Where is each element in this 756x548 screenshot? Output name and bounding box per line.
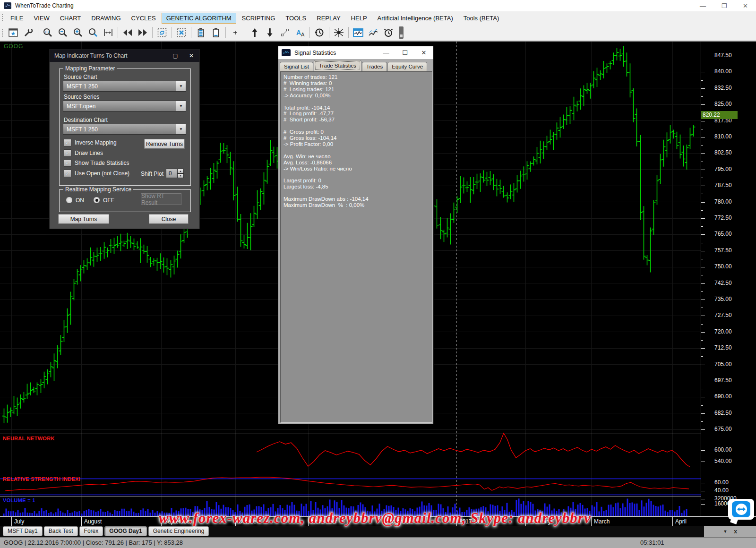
- close-icon[interactable]: ✕: [735, 0, 756, 11]
- menu-item[interactable]: CYCLES: [127, 13, 161, 24]
- axis-tick: [701, 129, 703, 129]
- zoom-actual-icon[interactable]: 1:1: [41, 26, 55, 39]
- destination-chart-dropdown-icon[interactable]: ▼: [176, 124, 186, 134]
- month-label: August: [84, 518, 102, 525]
- inverse-mapping-checkbox[interactable]: ✓Inverse Mapping: [64, 139, 117, 146]
- document-tab[interactable]: GOOG Day1: [104, 526, 146, 536]
- axis-tick: [701, 153, 705, 154]
- source-chart-dropdown-icon[interactable]: ▼: [176, 81, 186, 91]
- menu-item[interactable]: Tools (BETA): [459, 13, 504, 24]
- axis-tick: [701, 145, 703, 146]
- shift-plot-down-icon[interactable]: ▼: [177, 173, 184, 178]
- map-maximize-icon[interactable]: ▢: [167, 52, 183, 59]
- menu-item[interactable]: TOOLS: [281, 13, 311, 24]
- menu-item[interactable]: HELP: [346, 13, 372, 24]
- source-series-select[interactable]: MSFT.open ▼: [63, 101, 186, 111]
- stat-line: -> Win/Loss Ratio: не число: [284, 166, 432, 172]
- tab-list-dropdown-icon[interactable]: ▼: [723, 529, 727, 534]
- menu-item[interactable]: FILE: [6, 13, 28, 24]
- price-axis[interactable]: 847.50840.00832.50825.00817.50810.00802.…: [701, 42, 756, 516]
- signal-close-icon[interactable]: ✕: [414, 49, 433, 56]
- signal-tab[interactable]: Equity Curve: [387, 62, 427, 71]
- month-label: March: [594, 518, 610, 525]
- signal-dialog-titlebar[interactable]: Signal Statistics — ☐ ✕: [278, 46, 433, 59]
- map-turns-button[interactable]: Map Turns: [58, 214, 109, 224]
- menu-item[interactable]: DRAWING: [86, 13, 125, 24]
- zoom-in-icon[interactable]: [71, 26, 85, 39]
- signal-maximize-icon[interactable]: ☐: [395, 49, 414, 56]
- equity-chart-icon[interactable]: [366, 26, 380, 39]
- new-chart-icon[interactable]: ★: [6, 26, 20, 39]
- signal-minimize-icon[interactable]: —: [377, 49, 395, 56]
- rt-off-label: OFF: [103, 197, 114, 204]
- shift-plot-value[interactable]: 0: [166, 169, 177, 178]
- menu-item[interactable]: CHART: [55, 13, 86, 24]
- fast-backward-icon[interactable]: [120, 26, 135, 39]
- axis-label: 600.00: [714, 446, 732, 453]
- axis-tick: [701, 218, 705, 219]
- remote-support-icon[interactable]: [728, 499, 754, 523]
- minimize-icon[interactable]: —: [692, 0, 713, 11]
- close-button[interactable]: Close: [149, 214, 189, 224]
- document-tab[interactable]: MSFT Day1: [3, 526, 43, 536]
- source-series-value: MSFT.open: [67, 103, 95, 110]
- menu-item[interactable]: VIEW: [29, 13, 54, 24]
- stat-line: [284, 147, 432, 154]
- rt-off-radio[interactable]: OFF: [93, 197, 114, 204]
- tab-close-icon[interactable]: x: [734, 528, 737, 535]
- destination-chart-select[interactable]: MSFT 1 250 ▼: [63, 124, 186, 135]
- chart-panel-icon[interactable]: [351, 26, 365, 39]
- axis-tick: [701, 450, 705, 451]
- arrow-up-icon[interactable]: [248, 26, 262, 39]
- toolbar-grip2[interactable]: [1, 28, 4, 37]
- shift-plot-stepper[interactable]: 0 ▲▼: [166, 169, 184, 178]
- axis-tick: [701, 462, 705, 462]
- source-chart-select[interactable]: MSFT 1 250 ▼: [63, 81, 186, 92]
- plus-icon[interactable]: [228, 26, 242, 39]
- show-trade-statistics-checkbox[interactable]: ✓Show Trade Statistics: [64, 159, 129, 167]
- wrench-icon[interactable]: [21, 26, 35, 39]
- signal-tab[interactable]: Trade Statistics: [314, 60, 361, 71]
- source-series-dropdown-icon[interactable]: ▼: [176, 101, 186, 111]
- toolbar-grip[interactable]: [1, 14, 4, 22]
- arrow-down-icon[interactable]: [263, 26, 277, 39]
- map-minimize-icon[interactable]: —: [151, 52, 167, 59]
- draw-lines-checkbox[interactable]: ✓Draw Lines: [64, 149, 103, 157]
- show-rt-result-button[interactable]: Show RT Result: [141, 193, 181, 205]
- signal-tab[interactable]: Signal List: [280, 62, 313, 71]
- fast-forward-icon[interactable]: [136, 26, 150, 39]
- menu-bar: FILEVIEWCHARTDRAWINGCYCLESGENETIC ALGORI…: [0, 11, 756, 25]
- remove-turns-button[interactable]: Remove Turns: [144, 139, 185, 149]
- axis-label: 712.50: [714, 344, 732, 351]
- selection-delete-icon[interactable]: [174, 26, 189, 39]
- menu-item[interactable]: Artificial Intelligence (BETA): [373, 13, 458, 24]
- battery-empty-icon[interactable]: [209, 26, 223, 39]
- search-icon[interactable]: [86, 26, 100, 39]
- fit-width-icon[interactable]: [101, 26, 115, 39]
- menu-item[interactable]: SCRIPTING: [237, 13, 280, 24]
- toolbar-overflow-handle[interactable]: [399, 26, 404, 39]
- battery-full-icon[interactable]: [194, 26, 208, 39]
- zoom-out-icon[interactable]: [56, 26, 70, 39]
- document-tab[interactable]: Genetic Engineering: [148, 526, 209, 536]
- map-close-icon[interactable]: ✕: [183, 52, 199, 59]
- rt-on-radio[interactable]: ON: [66, 197, 84, 204]
- watermark-text: www.forex-warez.com, andreybbrv@gmail.co…: [159, 510, 591, 527]
- signal-tab[interactable]: Trades: [362, 62, 387, 71]
- menu-item[interactable]: GENETIC ALGORITHM: [162, 13, 236, 24]
- alarm-clock-icon[interactable]: [381, 26, 395, 39]
- history-icon[interactable]: [312, 26, 326, 39]
- use-open-checkbox[interactable]: ✓Use Open (not Close): [64, 170, 129, 177]
- axis-label: 540.00: [714, 458, 732, 464]
- document-tab[interactable]: Forex: [79, 526, 103, 536]
- map-dialog-titlebar[interactable]: Map Indicator Turns To Chart — ▢ ✕: [50, 50, 199, 62]
- restore-icon[interactable]: ❐: [713, 0, 735, 11]
- selection-refresh-icon[interactable]: [155, 26, 169, 39]
- font-icon[interactable]: AA: [293, 26, 307, 39]
- menu-item[interactable]: REPLAY: [312, 13, 345, 24]
- draw-line-icon[interactable]: [278, 26, 292, 39]
- axis-label: 787.50: [714, 182, 732, 188]
- shift-plot-up-icon[interactable]: ▲: [177, 169, 184, 173]
- document-tab[interactable]: Back Test: [44, 526, 78, 536]
- spider-icon[interactable]: [332, 26, 346, 39]
